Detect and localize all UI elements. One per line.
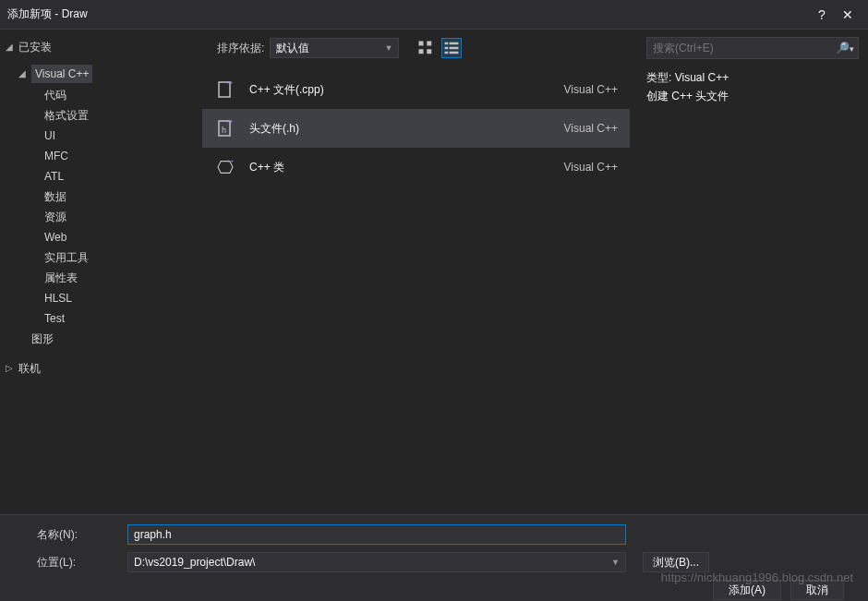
tree-item-mfc[interactable]: MFC [0, 146, 199, 166]
svg-text:++: ++ [226, 79, 234, 85]
add-button[interactable]: 添加(A) [713, 580, 781, 600]
svg-rect-2 [419, 49, 424, 54]
chevron-down-icon: ▼ [611, 558, 620, 567]
svg-text:h: h [222, 126, 226, 135]
caret-right-icon: ▷ [6, 360, 15, 377]
category-tree: ◢ 已安装 ◢ Visual C++ 代码 格式设置 UI MFC ATL 数据… [0, 30, 199, 514]
name-input[interactable] [127, 524, 626, 545]
svg-rect-3 [428, 49, 432, 54]
svg-rect-9 [450, 52, 459, 54]
tree-item-atl[interactable]: ATL [0, 166, 199, 186]
grid-icon [416, 37, 435, 59]
dialog-body: ◢ 已安装 ◢ Visual C++ 代码 格式设置 UI MFC ATL 数据… [0, 30, 868, 514]
template-type: Visual C++ [564, 161, 618, 174]
caret-down-icon: ◢ [18, 66, 28, 82]
title-bar: 添加新项 - Draw ? ✕ [0, 0, 868, 30]
tree-item-test[interactable]: Test [0, 308, 199, 329]
template-type: Visual C++ [564, 122, 618, 135]
tree-item-code[interactable]: 代码 [0, 85, 199, 105]
tree-graphics[interactable]: 图形 [0, 329, 199, 349]
sort-dropdown[interactable]: 默认值 ▼ [270, 38, 399, 58]
template-name: C++ 文件(.cpp) [249, 82, 551, 98]
location-value: D:\vs2019_project\Draw\ [134, 556, 255, 569]
help-button[interactable]: ? [809, 7, 835, 22]
template-pane: 排序依据: 默认值 ▼ [199, 30, 637, 514]
details-pane: 🔎▾ 类型: Visual C++ 创建 C++ 头文件 [637, 30, 868, 514]
caret-down-icon: ◢ [6, 39, 15, 55]
view-list-button[interactable] [441, 38, 462, 58]
sort-value: 默认值 [276, 41, 309, 56]
svg-text:++: ++ [226, 118, 234, 124]
template-cpp-class[interactable]: ++ C++ 类 Visual C++ [202, 148, 630, 186]
browse-button[interactable]: 浏览(B)... [643, 552, 709, 572]
location-label: 位置(L): [37, 555, 111, 571]
svg-rect-1 [428, 42, 432, 46]
svg-rect-0 [419, 42, 424, 46]
template-list: ++ C++ 文件(.cpp) Visual C++ h++ 头文件(.h) V… [199, 66, 633, 190]
cpp-class-icon: ++ [214, 156, 236, 178]
tree-installed[interactable]: ◢ 已安装 [0, 37, 199, 57]
template-toolbar: 排序依据: 默认值 ▼ [199, 30, 633, 66]
sort-label: 排序依据: [217, 41, 264, 56]
svg-rect-4 [445, 42, 449, 45]
template-type: Visual C++ [564, 83, 618, 96]
tree-item-resource[interactable]: 资源 [0, 207, 199, 227]
template-name: C++ 类 [249, 160, 551, 175]
cpp-file-icon: ++ [214, 78, 236, 101]
action-row: 添加(A) 取消 [37, 580, 850, 600]
svg-rect-5 [450, 42, 459, 45]
template-header-file[interactable]: h++ 头文件(.h) Visual C++ [202, 109, 630, 148]
tree-item-propsheet[interactable]: 属性表 [0, 268, 199, 288]
header-file-icon: h++ [214, 117, 236, 139]
row-location: 位置(L): D:\vs2019_project\Draw\ ▼ 浏览(B)..… [37, 552, 850, 572]
svg-text:++: ++ [227, 158, 235, 163]
tree-item-data[interactable]: 数据 [0, 186, 199, 207]
tree-item-ui[interactable]: UI [0, 126, 199, 146]
close-button[interactable]: ✕ [835, 7, 861, 22]
tree-visual-cpp[interactable]: ◢ Visual C++ [0, 63, 199, 85]
row-name: 名称(N): [37, 524, 850, 545]
view-grid-button[interactable] [416, 38, 436, 58]
name-label: 名称(N): [37, 527, 111, 543]
search-box[interactable]: 🔎▾ [646, 37, 859, 59]
svg-rect-8 [445, 52, 449, 54]
svg-rect-6 [445, 47, 449, 50]
search-input[interactable] [653, 42, 836, 54]
detail-desc: 创建 C++ 头文件 [646, 87, 859, 105]
template-cpp-file[interactable]: ++ C++ 文件(.cpp) Visual C++ [202, 70, 630, 109]
tree-item-utility[interactable]: 实用工具 [0, 247, 199, 268]
tree-item-hlsl[interactable]: HLSL [0, 288, 199, 308]
window-title: 添加新项 - Draw [7, 6, 809, 22]
chevron-down-icon: ▼ [384, 43, 392, 53]
detail-type: 类型: Visual C++ [646, 68, 859, 87]
tree-online[interactable]: ▷ 联机 [0, 358, 199, 379]
tree-item-web[interactable]: Web [0, 227, 199, 247]
svg-rect-7 [450, 47, 459, 50]
list-icon [442, 37, 461, 59]
location-dropdown[interactable]: D:\vs2019_project\Draw\ ▼ [127, 552, 626, 572]
search-icon: 🔎▾ [836, 42, 854, 54]
template-name: 头文件(.h) [249, 121, 551, 137]
dialog-footer: 名称(N): 位置(L): D:\vs2019_project\Draw\ ▼ … [0, 514, 868, 601]
tree-item-format[interactable]: 格式设置 [0, 105, 199, 126]
cancel-button[interactable]: 取消 [790, 580, 844, 600]
